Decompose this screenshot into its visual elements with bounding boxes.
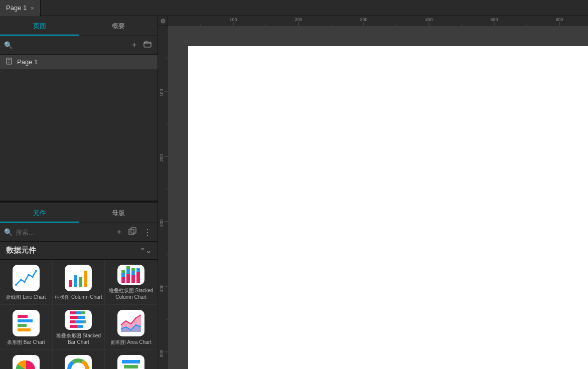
svg-text:500: 500 (490, 17, 498, 22)
nav-tabs: 页面 概要 (0, 16, 158, 36)
svg-text:200: 200 (159, 154, 164, 161)
svg-rect-20 (126, 274, 130, 283)
svg-rect-15 (84, 271, 87, 287)
svg-rect-35 (76, 311, 81, 314)
component-column-chart[interactable]: 柱状图 Column Chart (53, 260, 105, 305)
svg-rect-43 (77, 325, 83, 328)
component-line-chart[interactable]: 折线图 Line Chart (0, 260, 53, 305)
svg-rect-22 (126, 266, 130, 269)
svg-point-5 (15, 284, 17, 286)
stacked-bar-icon (65, 310, 92, 330)
svg-rect-57 (124, 365, 138, 368)
svg-rect-40 (75, 320, 83, 323)
component-tabs: 元件 母版 (0, 203, 158, 223)
svg-rect-37 (70, 316, 78, 319)
svg-rect-21 (126, 269, 130, 274)
svg-rect-14 (79, 277, 82, 287)
ruler-corner[interactable] (158, 16, 168, 26)
svg-text:200: 200 (295, 17, 302, 22)
main-layout: 页面 概要 🔍 + (0, 16, 588, 369)
column-chart-label: 柱状图 Column Chart (55, 294, 102, 300)
area-chart-label: 面积图 Area Chart (111, 339, 152, 345)
ruler-top: 100 200 300 400 500 600 (168, 16, 588, 26)
component-stacked-column[interactable]: 堆叠柱状图 Stacked Column Chart (105, 260, 158, 305)
svg-rect-34 (70, 311, 76, 314)
category-header: 数据元件 ⌃⌄ (0, 242, 158, 260)
folder-button[interactable] (141, 39, 154, 51)
page-panel: 页面 概要 🔍 + (0, 16, 158, 202)
page-list-item[interactable]: Page 1 (0, 55, 158, 69)
svg-point-8 (28, 274, 30, 276)
component-funnel-chart[interactable]: 漏斗图 (105, 350, 158, 369)
svg-rect-38 (78, 316, 85, 319)
expand-icon[interactable]: ⌃⌄ (139, 247, 152, 255)
svg-rect-24 (131, 271, 135, 275)
tab-overview[interactable]: 概要 (79, 16, 158, 36)
canvas-main: 100 200 300 400 500 (158, 26, 588, 369)
svg-point-9 (32, 276, 34, 278)
svg-text:300: 300 (159, 219, 164, 227)
funnel-chart-icon (117, 355, 144, 369)
svg-rect-32 (18, 328, 31, 331)
svg-rect-36 (81, 311, 85, 314)
line-chart-icon (13, 265, 40, 291)
svg-rect-56 (122, 360, 140, 363)
canvas-white-page[interactable] (188, 46, 588, 369)
page-item-label: Page 1 (17, 58, 38, 66)
svg-rect-41 (83, 320, 86, 323)
svg-rect-18 (121, 273, 125, 277)
component-bar-chart[interactable]: 条形图 Bar Chart (0, 305, 53, 350)
pie-chart-icon (13, 355, 40, 369)
svg-text:400: 400 (159, 284, 164, 292)
component-area-chart[interactable]: 面积图 Area Chart (105, 305, 158, 350)
tab-page1[interactable]: Page 1 × (0, 0, 41, 16)
svg-text:400: 400 (425, 17, 432, 22)
donut-chart-icon (65, 355, 92, 369)
component-pie-chart[interactable]: 饼图 (0, 350, 53, 369)
svg-rect-26 (136, 272, 140, 283)
component-donut-chart[interactable]: 环形图 (53, 350, 105, 369)
tab-pages[interactable]: 页面 (0, 16, 79, 36)
component-grid: 折线图 Line Chart 柱状图 Column Chart (0, 260, 158, 369)
svg-rect-2 (129, 229, 134, 235)
canvas-area: 100 200 300 400 500 600 (158, 16, 588, 369)
page-list-toolbar: 🔍 + (0, 36, 158, 55)
tab-close-icon[interactable]: × (31, 5, 34, 11)
svg-rect-13 (74, 275, 77, 287)
svg-rect-28 (14, 311, 39, 336)
svg-rect-82 (158, 26, 168, 369)
component-search-icon: 🔍 (4, 228, 13, 236)
page-item-icon (6, 58, 13, 66)
svg-rect-30 (18, 319, 33, 322)
svg-rect-27 (136, 268, 140, 272)
tab-masters[interactable]: 母版 (79, 203, 158, 223)
svg-rect-12 (69, 280, 72, 287)
stacked-bar-label: 堆叠条形图 Stacked Bar Chart (55, 332, 103, 345)
stacked-col-label: 堆叠柱状图 Stacked Column Chart (107, 287, 155, 300)
stacked-col-icon (117, 265, 144, 285)
svg-point-7 (24, 281, 26, 283)
svg-text:500: 500 (159, 349, 164, 357)
add-page-button[interactable]: + (130, 40, 138, 51)
svg-text:100: 100 (229, 17, 237, 22)
more-options-button[interactable]: ⋮ (141, 227, 154, 238)
svg-text:100: 100 (159, 89, 164, 96)
add-component-button[interactable]: + (115, 227, 123, 238)
area-chart-icon (117, 310, 144, 336)
svg-text:300: 300 (360, 17, 367, 22)
component-stacked-bar[interactable]: 堆叠条形图 Stacked Bar Chart (53, 305, 105, 350)
canvas-content[interactable] (168, 26, 588, 369)
svg-rect-23 (131, 275, 135, 283)
bar-chart-label: 条形图 Bar Chart (7, 339, 45, 345)
component-search-input[interactable] (16, 229, 112, 236)
column-chart-icon (65, 265, 92, 291)
tab-components[interactable]: 元件 (0, 203, 79, 223)
page-list: Page 1 (0, 55, 158, 201)
duplicate-button[interactable] (126, 226, 138, 238)
left-panel: 页面 概要 🔍 + (0, 16, 158, 369)
svg-rect-17 (121, 277, 125, 283)
bar-chart-icon (13, 310, 40, 336)
page-search-icon[interactable]: 🔍 (4, 41, 13, 49)
svg-point-6 (20, 279, 22, 281)
line-chart-label: 折线图 Line Chart (6, 294, 46, 300)
